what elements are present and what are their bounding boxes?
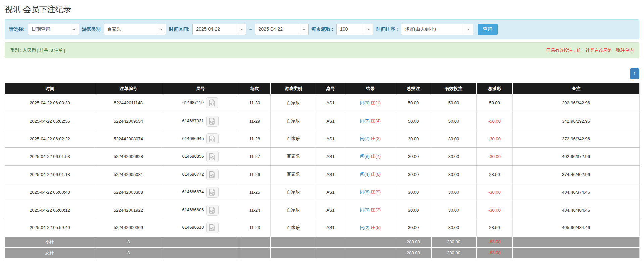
pagination: 1 bbox=[5, 68, 639, 79]
video-replay-button[interactable] bbox=[206, 205, 219, 216]
video-replay-button[interactable] bbox=[206, 116, 219, 127]
total-count: 8 bbox=[95, 247, 162, 258]
result-banker: 庄(5) bbox=[371, 225, 381, 230]
table-no: AS1 bbox=[316, 201, 345, 219]
total-bet-link[interactable]: 50.00 bbox=[396, 112, 431, 130]
column-header: 桌号 bbox=[316, 83, 345, 94]
chevron-down-icon[interactable] bbox=[70, 24, 79, 35]
query-type-select[interactable]: 日期查询 bbox=[28, 24, 79, 35]
game-category: 百家乐 bbox=[271, 112, 316, 130]
query-type-value: 日期查询 bbox=[28, 24, 70, 35]
total-bet-link[interactable]: 30.00 bbox=[396, 219, 431, 237]
table-row: 2025-04-22 05:59:40 522442000369 6146865… bbox=[5, 219, 640, 237]
round-cell: 614686945 bbox=[162, 130, 239, 148]
round-id: 614686945 bbox=[182, 136, 204, 141]
column-header: 有效投注 bbox=[431, 83, 477, 94]
total-valid-bet: 280.00 bbox=[431, 247, 477, 258]
valid-bet: 30.00 bbox=[431, 130, 477, 148]
video-replay-button[interactable] bbox=[206, 222, 219, 233]
valid-bet: 50.00 bbox=[431, 94, 477, 112]
table-row: 2025-04-22 06:00:12 522442001922 6146866… bbox=[5, 201, 640, 219]
query-type-label: 请选择: bbox=[9, 26, 25, 32]
betting-records-table: 时间注单编号局号场次游戏类别桌号结果总投注有效投注总派彩备注 2025-04-2… bbox=[5, 83, 640, 258]
remark: 374.46/402.96 bbox=[513, 166, 640, 183]
payout: 28.50 bbox=[477, 166, 513, 183]
table-no: AS1 bbox=[316, 148, 345, 166]
session-no: 11-27 bbox=[239, 148, 271, 166]
total-payout: -63.00 bbox=[477, 247, 513, 258]
valid-bet-note: 同局有效投注，统一计算在该局第一张注单内 bbox=[546, 47, 634, 53]
result-banker: 庄(2) bbox=[371, 207, 381, 212]
payout: -30.00 bbox=[477, 130, 513, 148]
total-bet-link[interactable]: 30.00 bbox=[396, 130, 431, 148]
page-size-select[interactable]: 100 bbox=[336, 24, 373, 35]
chevron-down-icon[interactable] bbox=[464, 24, 473, 35]
column-header: 总投注 bbox=[396, 83, 431, 94]
video-replay-button[interactable] bbox=[206, 187, 219, 198]
bet-id: 522442008074 bbox=[95, 130, 162, 148]
column-header: 备注 bbox=[513, 83, 640, 94]
table-row: 2025-04-22 06:01:53 522442006628 6146868… bbox=[5, 148, 640, 166]
valid-bet: 30.00 bbox=[431, 219, 477, 237]
session-no: 11-28 bbox=[239, 130, 271, 148]
total-bet-link[interactable]: 30.00 bbox=[396, 166, 431, 183]
table-row: 2025-04-22 06:02:22 522442008074 6146869… bbox=[5, 130, 640, 148]
result-cell: 闲(6) 庄(9) bbox=[345, 183, 396, 201]
game-category-select[interactable]: 百家乐 bbox=[104, 24, 166, 35]
video-replay-button[interactable] bbox=[206, 97, 218, 108]
date-from-select[interactable]: 2025-04-22 bbox=[192, 24, 246, 35]
total-label: 总计 bbox=[5, 247, 95, 258]
result-cell: 闲(9) 庄(1) bbox=[345, 94, 396, 112]
valid-bet: 30.00 bbox=[431, 183, 477, 201]
payout: -50.00 bbox=[477, 112, 513, 130]
result-player: 闲(6) bbox=[360, 189, 370, 194]
round-id: 614686856 bbox=[182, 153, 204, 158]
bet-time: 2025-04-22 06:00:43 bbox=[5, 183, 95, 201]
session-no: 11-30 bbox=[239, 94, 271, 112]
round-id: 614687031 bbox=[182, 118, 204, 123]
round-id: 614686674 bbox=[182, 189, 204, 194]
table-body: 2025-04-22 06:03:30 522442011148 6146871… bbox=[5, 94, 640, 237]
game-category-value: 百家乐 bbox=[104, 24, 157, 35]
result-banker: 庄(4) bbox=[371, 118, 381, 123]
total-bet-link[interactable]: 50.00 bbox=[396, 94, 431, 112]
video-file-icon bbox=[209, 135, 216, 142]
video-replay-button[interactable] bbox=[206, 133, 219, 144]
time-sort-select[interactable]: 降幂(由大到小) bbox=[401, 24, 473, 35]
video-file-icon bbox=[209, 207, 216, 214]
table-header-row: 时间注单编号局号场次游戏类别桌号结果总投注有效投注总派彩备注 bbox=[5, 83, 640, 94]
game-category: 百家乐 bbox=[271, 94, 316, 112]
game-category: 百家乐 bbox=[271, 183, 316, 201]
bet-time: 2025-04-22 06:02:22 bbox=[5, 130, 95, 148]
date-range-separator: ~ bbox=[249, 27, 252, 32]
result-player: 闲(7) bbox=[360, 118, 370, 123]
result-cell: 闲(9) 庄(2) bbox=[345, 201, 396, 219]
video-replay-button[interactable] bbox=[206, 169, 219, 180]
game-category-label: 游戏类别 bbox=[82, 26, 101, 32]
page-size-value: 100 bbox=[337, 24, 364, 35]
column-header: 结果 bbox=[345, 83, 396, 94]
payout: 50.00 bbox=[477, 94, 513, 112]
column-header: 局号 bbox=[162, 83, 239, 94]
date-to-select[interactable]: 2025-04-22 bbox=[255, 24, 309, 35]
remark: 372.96/342.96 bbox=[513, 130, 640, 148]
chevron-down-icon[interactable] bbox=[300, 24, 308, 35]
game-category: 百家乐 bbox=[271, 219, 316, 237]
video-file-icon bbox=[209, 99, 216, 106]
valid-bet: 30.00 bbox=[431, 148, 477, 166]
video-replay-button[interactable] bbox=[206, 151, 219, 162]
chevron-down-icon[interactable] bbox=[237, 24, 246, 35]
total-bet-link[interactable]: 30.00 bbox=[396, 148, 431, 166]
chevron-down-icon[interactable] bbox=[364, 24, 373, 35]
table-no: AS1 bbox=[316, 166, 345, 183]
total-bet-link[interactable]: 30.00 bbox=[396, 201, 431, 219]
round-cell: 614687031 bbox=[162, 112, 239, 130]
bet-id: 522442001922 bbox=[95, 201, 162, 219]
total-bet-link[interactable]: 30.00 bbox=[396, 183, 431, 201]
valid-bet: 50.00 bbox=[431, 112, 477, 130]
page-1-button[interactable]: 1 bbox=[630, 68, 639, 79]
chevron-down-icon[interactable] bbox=[157, 24, 166, 35]
round-cell: 614686856 bbox=[162, 148, 239, 166]
search-button[interactable]: 查询 bbox=[478, 24, 498, 35]
result-player: 闲(9) bbox=[360, 154, 370, 159]
